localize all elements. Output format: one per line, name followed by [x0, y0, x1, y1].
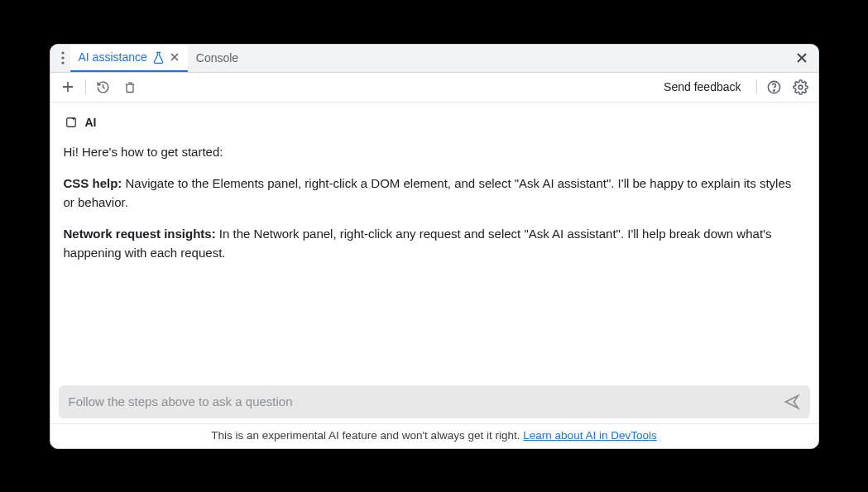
svg-point-1 [61, 56, 64, 59]
footer-link[interactable]: Learn about AI in DevTools [523, 429, 656, 442]
send-icon[interactable] [784, 394, 800, 410]
css-help-paragraph: CSS help: Navigate to the Elements panel… [64, 174, 805, 212]
greeting-text: Hi! Here's how to get started: [64, 143, 805, 162]
new-chat-button[interactable] [59, 78, 77, 96]
svg-point-5 [798, 85, 803, 89]
network-insights-paragraph: Network request insights: In the Network… [64, 225, 805, 262]
tab-bar: AI assistance Console [50, 45, 818, 73]
help-icon[interactable] [765, 78, 784, 96]
divider [85, 79, 86, 94]
close-tab-icon[interactable] [170, 52, 180, 62]
tab-label: AI assistance [79, 50, 147, 64]
ai-label: AI [85, 114, 97, 131]
css-help-text: Navigate to the Elements panel, right-cl… [64, 176, 792, 209]
flask-icon [152, 51, 165, 64]
question-input-box[interactable] [59, 385, 810, 418]
tab-label: Console [196, 51, 238, 64]
svg-point-4 [774, 89, 774, 90]
tab-console[interactable]: Console [188, 45, 247, 72]
tab-ai-assistance[interactable]: AI assistance [70, 45, 188, 72]
network-label: Network request insights: [64, 227, 216, 241]
chat-body: AI Hi! Here's how to get started: CSS he… [50, 103, 818, 379]
svg-point-0 [61, 51, 64, 54]
more-icon[interactable] [55, 51, 70, 64]
history-icon[interactable] [94, 78, 113, 96]
question-input[interactable] [69, 394, 775, 408]
svg-point-2 [61, 61, 64, 64]
send-feedback-button[interactable]: Send feedback [657, 80, 747, 93]
close-panel-icon[interactable] [792, 48, 812, 68]
css-help-label: CSS help: [64, 176, 122, 190]
devtools-panel: AI assistance Console Send feedback [50, 44, 819, 449]
divider [756, 79, 757, 94]
footer-text: This is an experimental AI feature and w… [211, 429, 523, 442]
input-area [50, 379, 818, 423]
toolbar: Send feedback [50, 73, 818, 103]
footer-disclaimer: This is an experimental AI feature and w… [50, 423, 818, 448]
ai-speaker-label: AI [64, 114, 805, 131]
delete-icon[interactable] [121, 78, 139, 96]
settings-icon[interactable] [792, 78, 810, 96]
